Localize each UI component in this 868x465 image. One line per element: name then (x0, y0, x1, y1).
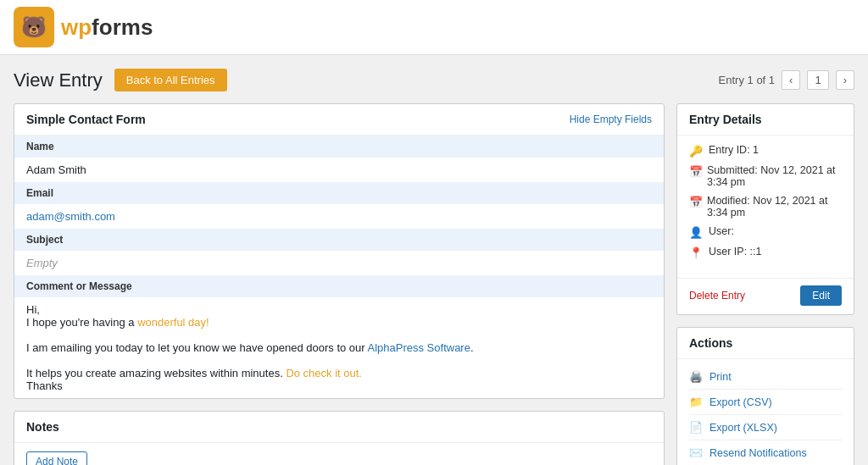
form-card: Simple Contact Form Hide Empty Fields Na… (14, 103, 665, 399)
actions-header: Actions (677, 328, 854, 359)
email-link[interactable]: adam@smith.com (26, 210, 115, 223)
field-name-label: Name (14, 136, 664, 158)
detail-user: 👤 User: (689, 225, 842, 239)
main-right: Entry Details 🔑 Entry ID: 1 📅 Submitted:… (676, 103, 854, 465)
user-ip-text: User IP: ::1 (709, 246, 762, 257)
print-button[interactable]: 🖨️ Print (689, 366, 842, 387)
notes-card-header: Notes (14, 412, 664, 443)
logo-forms: forms (92, 14, 153, 40)
entry-details-title: Entry Details (689, 113, 762, 126)
field-subject-value: Empty (14, 251, 664, 275)
detail-entry-id: 🔑 Entry ID: 1 (689, 144, 842, 158)
page: View Entry Back to All Entries Entry 1 o… (0, 55, 868, 465)
calendar-submitted-icon: 📅 (689, 165, 701, 178)
page-number: 1 (807, 70, 828, 90)
actions-card: Actions 🖨️ Print 📁 Export (CSV) 📄 (676, 327, 854, 465)
delete-entry-link[interactable]: Delete Entry (689, 290, 745, 302)
key-icon: 🔑 (689, 145, 703, 158)
action-divider-3 (689, 440, 842, 440)
header: 🐻 wpforms (0, 0, 868, 55)
notes-body: Add Note (14, 443, 664, 465)
entry-details-body: 🔑 Entry ID: 1 📅 Submitted: Nov 12, 2021 … (677, 136, 854, 274)
field-name-value: Adam Smith (14, 158, 664, 182)
resend-notifications-label: Resend Notifications (709, 447, 807, 459)
edit-button[interactable]: Edit (800, 285, 842, 306)
user-text: User: (709, 225, 734, 237)
back-to-all-entries-button[interactable]: Back to All Entries (114, 69, 227, 91)
logo-text: wpforms (61, 14, 153, 41)
export-csv-label: Export (CSV) (709, 396, 772, 408)
export-xlsx-icon: 📄 (689, 421, 703, 434)
export-xlsx-label: Export (XLSX) (709, 422, 777, 434)
alphapress-link[interactable]: AlphaPress Software (368, 341, 470, 354)
title-left: View Entry Back to All Entries (14, 69, 227, 91)
detail-user-ip: 📍 User IP: ::1 (689, 246, 842, 259)
submitted-text: Submitted: Nov 12, 2021 at 3:34 pm (707, 164, 842, 188)
notes-card: Notes Add Note (14, 411, 665, 465)
export-csv-button[interactable]: 📁 Export (CSV) (689, 391, 842, 412)
field-subject-label: Subject (14, 229, 664, 251)
title-right: Entry 1 of 1 ‹ 1 › (719, 70, 854, 90)
modified-text: Modified: Nov 12, 2021 at 3:34 pm (707, 195, 842, 219)
main-left: Simple Contact Form Hide Empty Fields Na… (14, 103, 665, 465)
field-email: Email adam@smith.com (14, 182, 664, 229)
logo-bear-icon: 🐻 (14, 7, 54, 47)
print-label: Print (709, 371, 732, 383)
export-csv-icon: 📁 (689, 396, 703, 408)
resend-notifications-button[interactable]: ✉️ Resend Notifications (689, 442, 842, 463)
main-layout: Simple Contact Form Hide Empty Fields Na… (14, 103, 854, 465)
next-entry-button[interactable]: › (836, 70, 854, 90)
form-card-header: Simple Contact Form Hide Empty Fields (14, 104, 664, 136)
export-xlsx-button[interactable]: 📄 Export (XLSX) (689, 417, 842, 438)
entry-info-text: Entry 1 of 1 (719, 74, 775, 86)
entry-details-header: Entry Details (677, 104, 854, 136)
logo-area: 🐻 wpforms (14, 7, 153, 47)
field-comment: Comment or Message Hi, I hope you're hav… (14, 275, 664, 398)
actions-title: Actions (689, 336, 732, 350)
notes-title: Notes (26, 420, 59, 434)
field-name: Name Adam Smith (14, 136, 664, 182)
entry-details-card: Entry Details 🔑 Entry ID: 1 📅 Submitted:… (676, 103, 854, 315)
field-email-value: adam@smith.com (14, 204, 664, 229)
entry-id-text: Entry ID: 1 (709, 144, 759, 156)
add-note-button[interactable]: Add Note (26, 451, 87, 465)
actions-body: 🖨️ Print 📁 Export (CSV) 📄 Export (XLSX) (677, 359, 854, 465)
detail-modified: 📅 Modified: Nov 12, 2021 at 3:34 pm (689, 195, 842, 219)
prev-entry-button[interactable]: ‹ (782, 70, 800, 90)
entry-detail-actions: Delete Entry Edit (677, 278, 854, 314)
check-out-link[interactable]: Do check it out. (286, 367, 362, 379)
field-email-label: Email (14, 182, 664, 204)
form-title: Simple Contact Form (26, 113, 146, 126)
logo-wp: wp (61, 14, 92, 40)
action-divider-1 (689, 389, 842, 390)
page-title: View Entry (14, 69, 103, 91)
field-subject: Subject Empty (14, 229, 664, 275)
field-comment-label: Comment or Message (14, 275, 664, 297)
wonderful-day-link[interactable]: wonderful day! (137, 316, 209, 329)
user-icon: 👤 (689, 226, 703, 239)
detail-submitted: 📅 Submitted: Nov 12, 2021 at 3:34 pm (689, 164, 842, 188)
hide-empty-fields-link[interactable]: Hide Empty Fields (570, 113, 652, 125)
field-comment-value: Hi, I hope you're having a wonderful day… (14, 297, 664, 398)
envelope-icon: ✉️ (689, 446, 703, 459)
location-icon: 📍 (689, 246, 703, 259)
calendar-modified-icon: 📅 (689, 196, 701, 208)
title-row: View Entry Back to All Entries Entry 1 o… (14, 69, 854, 91)
action-divider-2 (689, 414, 842, 415)
print-icon: 🖨️ (689, 370, 703, 383)
